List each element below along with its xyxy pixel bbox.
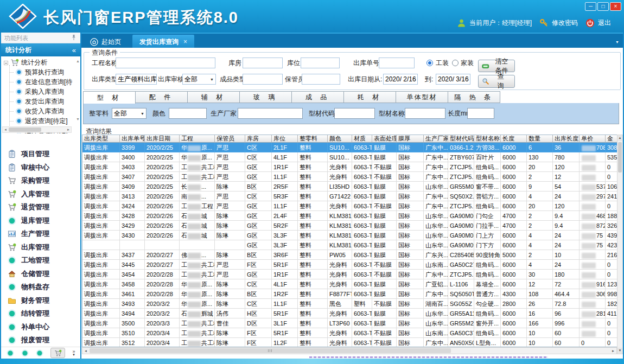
maximize-button[interactable]: □ [597,2,609,11]
column-header[interactable]: 型材代码 [448,135,474,143]
sidebar-item-finance-mgmt[interactable]: 财务管理 [1,294,80,308]
clear-conditions-button[interactable]: 清空条件 [478,60,515,72]
sidebar-item-scrap-mgmt[interactable]: 报废管理 [1,334,80,347]
radio-jiazhuang-label[interactable]: 家装 [461,58,474,68]
scroll-left-icon[interactable]: ◄ [82,349,89,353]
table-row[interactable]: G区3L3F整料KLM38176063-T5贴膜国标山东华...GA90M09.… [82,240,617,250]
product-type-input[interactable] [243,74,283,85]
location-input[interactable] [301,58,340,68]
tree-root[interactable]: 统计分析 [1,56,80,67]
tree-item[interactable]: 收货入库查询 [1,106,80,116]
close-button[interactable]: × [610,2,621,11]
material-tab-5[interactable]: 耗 材 [343,91,396,103]
scroll-up-icon[interactable]: ▲ [617,135,622,141]
search-button[interactable]: 查 询 [478,75,515,88]
sidebar-item-production-mgmt[interactable]: 生产管理 [1,227,80,241]
column-header[interactable]: 出库类型 [82,135,120,143]
profile-code-input[interactable] [334,108,375,119]
table-row[interactable]: 调拨出库34282020/2/26石城陈琳G区2L4F整料KLM38176063… [82,211,617,221]
out-type-select[interactable]: 生产领料出库▼ [116,74,157,85]
pin-icon[interactable] [71,34,77,41]
change-password-link[interactable]: 修改密码 [552,18,578,28]
material-tab-1[interactable]: 配 件 [135,91,188,103]
sidebar-item-inbound-mgmt[interactable]: 入库管理 [1,188,80,201]
column-header[interactable]: 生产厂家 [424,135,448,143]
material-tab-0[interactable]: 型 材 [83,91,136,104]
keeper-input[interactable] [302,74,340,85]
factory-input[interactable] [238,108,303,119]
expander-icon[interactable] [4,61,8,65]
tree-item[interactable]: 采购入库查询 [1,87,80,97]
sidebar-item-audit-center[interactable]: 审核中心 [1,161,80,175]
material-tab-3[interactable]: 玻 璃 [239,91,292,103]
table-row[interactable]: 调拨出库33992020/2/25华原...严思C区2L1F整料SU10...6… [82,143,617,152]
tab-start-page[interactable]: 起始页 [84,35,128,49]
project-name-input[interactable] [116,58,215,68]
table-row[interactable]: 调拨出库34242020/2/26工工程严思G区1L1F整料光身料6063-T5… [82,201,617,211]
sidebar-item-carryover-mgmt[interactable]: 结转管理 [1,307,80,321]
tab-shipment-outbound-query[interactable]: 发货出库查询 × [132,35,194,49]
sidebar-item-outbound-mgmt[interactable]: 出库管理 [1,241,80,254]
column-header[interactable]: 出库单号 [120,135,145,143]
material-tab-7[interactable]: 隔 热 条 [448,91,500,103]
column-header[interactable]: 整零料 [298,135,328,143]
color-input[interactable] [169,108,207,119]
sidebar-section-header[interactable]: 统计分析 « [1,43,80,56]
scroll-right-icon[interactable]: ► [610,349,616,353]
radio-jiazhuang[interactable] [452,60,459,66]
table-row[interactable]: 调拨出库34932020/3/2华原...陈琳C区1L1F整料黑色塑料不贴膜国标… [82,299,617,309]
table-row[interactable]: 调拨出库34942020/3/2石辉城汤伟H区5R1F整料光身料6063-T5贴… [82,309,617,318]
column-header[interactable]: 数量 [527,135,553,143]
collapsed-item-icon[interactable] [36,349,43,357]
radio-gongzhuang-label[interactable]: 工装 [436,58,449,68]
scroll-thumb[interactable] [9,127,41,132]
column-header[interactable]: 出库长度 [553,135,580,143]
sidebar-item-purchase-mgmt[interactable]: 采购管理 [1,174,80,188]
piece-select[interactable]: 全部▼ [112,108,147,119]
column-header[interactable]: 库房 [245,135,272,143]
column-header[interactable]: 型材名称 [474,135,501,143]
table-row[interactable]: 调拨出库34092020/2/25长...陈琳B区2R5F整料LI35HD606… [82,182,617,191]
table-row[interactable]: 调拨出库34072020/2/25工共工程严思G区1L1F整料光身料6063-T… [82,172,617,182]
table-row[interactable]: 调拨出库34452020/2/27工共工程严思F区5R1F整料光身料6063-T… [82,260,617,270]
column-header[interactable]: 膜厚 [397,135,424,143]
sidebar-item-warehouse-mgmt[interactable]: 仓储管理 [1,267,80,281]
table-row[interactable]: 调拨出库34582020/2/28华原...陈琳C区4L1F整料光身料6063-… [82,279,617,289]
scroll-thumb[interactable] [618,142,622,173]
grid-hscrollbar[interactable]: ◄ ► [82,347,617,354]
logout-link[interactable]: 退出 [598,18,611,28]
tree-item[interactable]: 在途信息查询[待 [1,77,80,87]
tree-item[interactable]: 发货出库查询 [1,97,80,106]
sidebar-item-site-mgmt[interactable]: 工地管理 [1,254,80,267]
sidebar-item-return-stock-mgmt[interactable]: 退库管理 [1,214,80,228]
scroll-right-icon[interactable]: ► [66,128,71,131]
column-header[interactable]: 长度 [501,135,527,143]
table-row[interactable]: 调拨出库34002020/2/25华原...严思C区4L1F整料SU10...6… [82,152,617,162]
sidebar-item-return-goods-mgmt[interactable]: 退货管理 [1,201,80,214]
sidebar-item-material-inventory[interactable]: 物料盘存 [1,280,80,294]
material-tab-6[interactable]: 单体型材 [396,91,448,103]
material-tab-4[interactable]: 成 品 [291,91,344,103]
collapse-icon[interactable]: « [72,46,76,54]
column-header[interactable]: 金 [606,135,617,143]
table-row[interactable]: 调拨出库34542020/2/28工共工程严思G区1R1F整料光身料6063-T… [82,270,617,279]
column-header[interactable]: 库位 [272,135,298,143]
table-row[interactable]: 调拨出库34302020/2/26石城陈琳G区3L3F整料KLM38176063… [82,231,617,240]
scroll-down-icon[interactable]: ▼ [617,348,622,354]
table-row[interactable]: 调拨出库34032020/2/25工共工程严思G区1R1F整料光身料6063-T… [82,162,617,172]
warehouse-input[interactable] [243,58,283,68]
tab-close-icon[interactable]: × [183,38,187,46]
grid-vscrollbar[interactable]: ▲ ▼ [617,135,623,354]
column-header[interactable]: 工程 [180,135,215,143]
collapsed-item-icon[interactable] [7,349,14,357]
radio-gongzhuang[interactable] [426,60,433,66]
column-header[interactable]: 材质 [352,135,372,143]
collapsed-item-icon[interactable] [21,349,29,357]
length-input[interactable] [467,108,494,119]
audit-select[interactable]: 全部▼ [182,74,216,85]
table-row[interactable]: 调拨出库34612020/2/28华原...陈琳B区1R2F整料F8877FT6… [82,289,617,299]
table-row[interactable]: 调拨出库35122020/3/4工共工程陈琳F区1L2F整料光身料6063-T5… [82,338,617,347]
sidebar-item-project-mgmt[interactable]: 项目管理 [1,148,80,161]
minimize-button[interactable]: ─ [585,2,596,11]
scroll-thumb[interactable] [90,348,451,353]
